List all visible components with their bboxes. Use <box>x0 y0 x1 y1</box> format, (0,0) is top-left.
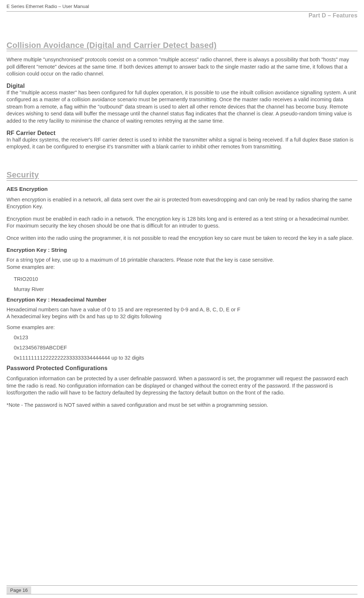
subheading-digital: Digital <box>7 83 357 89</box>
page-number: Page 16 <box>7 586 31 594</box>
key-hex-example: 0x123456789ABCDEF <box>14 345 357 351</box>
aes-p3: Once written into the radio using the pr… <box>7 235 357 242</box>
doc-title: E Series Ethernet Radio – User Manual <box>7 4 357 11</box>
part-label: Part D – Features <box>7 12 357 19</box>
subheading-rf-carrier: RF Carrier Detect <box>7 130 357 136</box>
aes-p2: Encryption must be enabled in each radio… <box>7 216 357 230</box>
heading-collision-avoidance: Collision Avoidance (Digital and Carrier… <box>7 41 357 51</box>
subheading-aes: AES Encryption <box>7 186 357 192</box>
heading-security: Security <box>7 170 357 181</box>
subheading-key-hex: Encryption Key : Hexadecimal Number <box>7 296 357 303</box>
subheading-key-string: Encryption Key : String <box>7 247 357 253</box>
key-string-intro: For a string type of key, use up to a ma… <box>7 257 357 271</box>
rf-carrier-body: In half duplex systems, the receiver's R… <box>7 136 357 151</box>
key-hex-intro: Hexadecimal numbers can have a value of … <box>7 306 357 320</box>
password-note: *Note - The password is NOT saved within… <box>7 402 357 409</box>
subheading-password: Password Protected Configurations <box>7 365 357 372</box>
collision-intro: Where multiple "unsynchronised" protocol… <box>7 56 357 78</box>
header-rule <box>7 11 357 12</box>
password-body: Configuration information can be protect… <box>7 375 357 397</box>
digital-body: If the "multiple access master" has been… <box>7 89 357 125</box>
footer-rule <box>7 585 357 586</box>
key-string-example: TRIO2010 <box>14 276 357 282</box>
footer: Page 16 <box>7 585 357 594</box>
key-string-example: Murray River <box>14 286 357 292</box>
key-hex-example: 0x1111111122222222333333334444444 up to … <box>14 355 357 361</box>
footer-rule <box>7 594 357 594</box>
key-hex-example: 0x123 <box>14 335 357 340</box>
aes-p1: When encryption is enabled in a network,… <box>7 196 357 210</box>
key-hex-examples-label: Some examples are: <box>7 324 357 331</box>
